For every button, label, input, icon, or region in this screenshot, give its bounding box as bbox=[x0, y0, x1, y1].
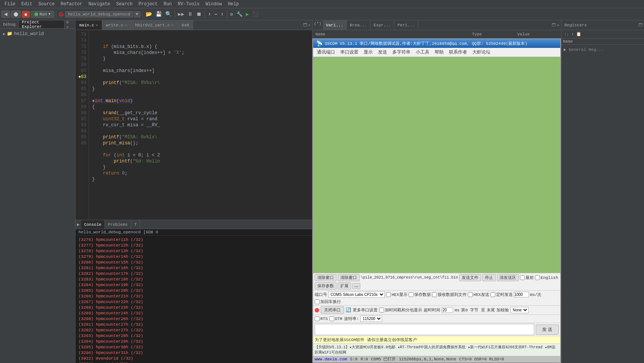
back-button[interactable]: ◀ bbox=[2, 11, 10, 18]
refresh-icon[interactable]: 🔄 bbox=[346, 307, 351, 313]
tab-close-icon-1[interactable]: ✕ bbox=[125, 23, 127, 28]
sscom-menu-settings[interactable]: 串口设置 bbox=[338, 49, 361, 56]
vars-maximize-icon[interactable]: 🗖 bbox=[552, 23, 556, 28]
menu-search[interactable]: Search bbox=[113, 1, 135, 8]
toolbar-icon-8[interactable]: ➡ bbox=[213, 11, 218, 18]
tab-debug[interactable]: Debug bbox=[0, 20, 19, 28]
save-params-btn[interactable]: 保存参数 bbox=[315, 282, 337, 289]
checksum-select[interactable]: None bbox=[510, 307, 529, 313]
sscom-menu-help[interactable]: 帮助 bbox=[432, 49, 446, 56]
sscom-menu-display[interactable]: 显示 bbox=[361, 49, 375, 56]
save-data-checkbox[interactable]: 保存数据 bbox=[409, 292, 431, 297]
sscom-menu-port[interactable]: 通讯端口 bbox=[315, 49, 337, 56]
editor-tab-write-c[interactable]: write.c ✕ bbox=[102, 20, 131, 30]
editor-close-icon[interactable]: ✕ bbox=[308, 23, 310, 28]
timestamp-checkbox[interactable]: 加时间戳和分包显示 bbox=[379, 307, 422, 313]
timer-send-checkbox[interactable]: 定时发送 bbox=[490, 292, 513, 297]
config-dropdown[interactable]: ▼ bbox=[134, 11, 140, 17]
menu-file[interactable]: File bbox=[2, 1, 18, 8]
send-file-btn[interactable]: 发送文件 bbox=[459, 274, 481, 281]
reg-content: ▶ General Reg... bbox=[561, 45, 644, 363]
menu-project[interactable]: Project bbox=[135, 1, 160, 8]
send-btn[interactable]: 发 送 bbox=[536, 325, 559, 335]
rts-checkbox[interactable]: RTS bbox=[315, 316, 328, 321]
toolbar-icon-1[interactable]: 📂 bbox=[144, 10, 153, 18]
baud-select[interactable]: 115200 9600 57600 bbox=[360, 316, 382, 322]
reg-toolbar-icon-3[interactable]: 📋 bbox=[575, 32, 583, 37]
terminate-button[interactable]: ■ bbox=[22, 11, 30, 18]
toolbar-icon-6[interactable]: ⏹ bbox=[195, 11, 203, 18]
menu-source[interactable]: Source bbox=[35, 1, 58, 8]
run-dropdown-icon[interactable]: ▼ bbox=[48, 12, 50, 16]
editor-tab-main-c[interactable]: main.c ✕ bbox=[75, 20, 102, 30]
toolbar-separator-3 bbox=[175, 11, 175, 18]
toolbar-icon-7[interactable]: ⬇ bbox=[207, 11, 212, 18]
toolbar-icon-12[interactable]: ▶ bbox=[245, 11, 250, 18]
reg-group-general[interactable]: ▶ General Reg... bbox=[563, 46, 642, 53]
stop-button[interactable]: ⬤ bbox=[11, 11, 21, 18]
menu-window[interactable]: Window bbox=[203, 1, 225, 8]
tab-project-explorer[interactable]: Project Explorer bbox=[19, 20, 65, 28]
menu-navigate[interactable]: Navigate bbox=[85, 1, 113, 8]
editor-tab-0x0[interactable]: 0x0 bbox=[178, 20, 193, 30]
always-top-checkbox[interactable]: 最前 bbox=[520, 275, 534, 280]
send-input[interactable] bbox=[315, 324, 534, 335]
editor-tab-hbirdv2[interactable]: hbirdv2_uart.c ✕ bbox=[131, 20, 178, 30]
expand-btn[interactable]: 扩展 bbox=[338, 282, 351, 289]
toolbar-icon-13[interactable]: ⬛ bbox=[251, 11, 260, 18]
timeout-input[interactable] bbox=[442, 307, 453, 313]
reg-toolbar-icon-1[interactable]: ↑↓ bbox=[563, 32, 570, 37]
tab-expressions[interactable]: Expr... bbox=[370, 20, 394, 30]
toolbar-icon-2[interactable]: 💾 bbox=[154, 10, 163, 18]
sscom-menu-send[interactable]: 发送 bbox=[376, 49, 389, 56]
sscom-menu-tools[interactable]: 小工具 bbox=[413, 49, 432, 56]
tab-problems[interactable]: Problems bbox=[105, 220, 131, 229]
open-file-btn[interactable]: 清除窗口 bbox=[338, 274, 360, 281]
vars-debug-icon: (*) bbox=[312, 20, 323, 30]
vars-close-icon[interactable]: ✕ bbox=[557, 23, 559, 28]
tab-peripherals[interactable]: Peri... bbox=[394, 20, 418, 30]
tab-close-icon-2[interactable]: ✕ bbox=[171, 23, 174, 28]
toolbar-icon-4[interactable]: ▶▶ bbox=[177, 10, 186, 18]
sscom-menu-contact[interactable]: 联系作者 bbox=[447, 49, 469, 56]
toolbar-icon-3[interactable]: 🔍 bbox=[164, 10, 173, 18]
clear-send-btn[interactable]: 清发送区 bbox=[497, 274, 519, 281]
add-crlf-checkbox[interactable]: 加回车换行 bbox=[315, 299, 341, 305]
minimize-sscom-btn[interactable]: — bbox=[352, 283, 360, 289]
stop-btn[interactable]: 停止 bbox=[482, 274, 496, 281]
sscom-status-s: S:0 bbox=[350, 357, 358, 361]
tab-close-icon-0[interactable]: ✕ bbox=[96, 23, 98, 28]
sscom-menu-multistr[interactable]: 多字符串 bbox=[390, 49, 413, 56]
toolbar-icon-10[interactable]: ⚙ bbox=[229, 11, 234, 18]
menu-edit[interactable]: Edit bbox=[18, 1, 35, 8]
tab-variables[interactable]: Vari... bbox=[323, 20, 347, 30]
tab-console[interactable]: Console bbox=[81, 220, 105, 229]
tab-breakpoints[interactable]: Brea... bbox=[347, 20, 370, 30]
dtr-checkbox[interactable]: DTR bbox=[329, 316, 343, 321]
run-button[interactable]: Run ▼ bbox=[31, 11, 54, 18]
hex-send-checkbox[interactable]: HEX发送 bbox=[468, 292, 489, 297]
menu-run[interactable]: Run bbox=[161, 1, 175, 8]
toolbar-icon-5[interactable]: ⏸ bbox=[186, 11, 194, 18]
sscom-menu-forum[interactable]: 大虾论坛 bbox=[470, 49, 493, 56]
more-settings-btn[interactable]: 更多串口设置 bbox=[353, 307, 378, 313]
port-select[interactable]: COMS Silicon Labs CP210x bbox=[328, 291, 385, 298]
toolbar-icon-9[interactable]: ⬆ bbox=[220, 11, 225, 18]
clear-window-btn[interactable]: 清除窗口 bbox=[315, 274, 337, 281]
menu-refactor[interactable]: Refactor bbox=[58, 1, 86, 8]
english-checkbox[interactable]: English bbox=[535, 275, 558, 280]
toolbar-icon-11[interactable]: 🔧 bbox=[235, 11, 244, 18]
tab-tasks[interactable]: T bbox=[131, 220, 140, 229]
code-editor[interactable]: if (misa_bits.b.x) { misa_chars[index++]… bbox=[89, 30, 312, 220]
timer-interval-input[interactable] bbox=[514, 292, 529, 297]
menu-rvtools[interactable]: RV-Tools bbox=[175, 1, 203, 8]
registers-maximize-icon[interactable]: 🗖 bbox=[637, 23, 644, 28]
menu-help[interactable]: Help bbox=[225, 1, 242, 8]
recv-to-file-checkbox[interactable]: 接收数据到文件 bbox=[432, 292, 467, 297]
sscom-website[interactable]: www.daxia.com bbox=[315, 357, 347, 361]
editor-maximize-icon[interactable]: 🗖 bbox=[303, 23, 307, 28]
close-port-btn[interactable]: 关闭串口 bbox=[321, 306, 344, 314]
reg-toolbar-icon-2[interactable]: ⬆ bbox=[570, 32, 575, 37]
hex-display-checkbox[interactable]: HEX显示 bbox=[386, 292, 407, 297]
tree-item-hello-world[interactable]: ▶ 📁 hello_world bbox=[2, 30, 74, 37]
